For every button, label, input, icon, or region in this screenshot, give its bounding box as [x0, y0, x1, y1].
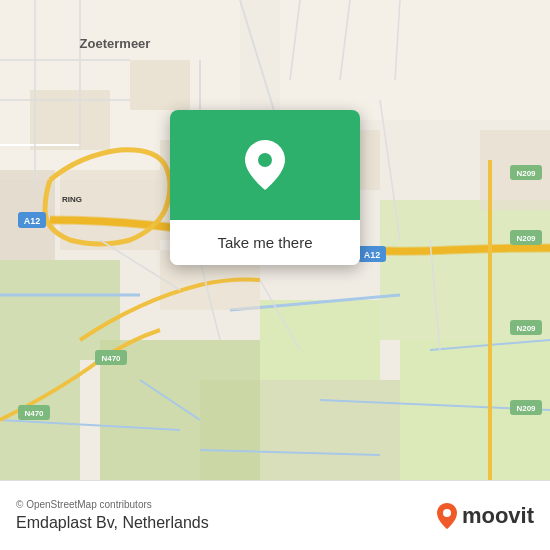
- svg-rect-7: [200, 380, 400, 480]
- svg-point-61: [443, 509, 451, 517]
- bottom-left-info: © OpenStreetMap contributors Emdaplast B…: [16, 499, 209, 532]
- svg-rect-18: [60, 170, 160, 250]
- svg-rect-5: [380, 200, 550, 340]
- svg-text:Zoetermeer: Zoetermeer: [80, 36, 151, 51]
- take-me-there-button[interactable]: Take me there: [170, 220, 360, 265]
- location-popup: Take me there: [170, 110, 360, 265]
- svg-point-60: [258, 153, 272, 167]
- svg-text:A12: A12: [24, 216, 41, 226]
- svg-rect-22: [280, 0, 550, 120]
- map-container[interactable]: A12 A12 RING N470 N470 N209 N209 N209 N2…: [0, 0, 550, 480]
- svg-text:N209: N209: [516, 169, 536, 178]
- popup-green-header: [170, 110, 360, 220]
- svg-text:N470: N470: [101, 354, 121, 363]
- location-title: Emdaplast Bv, Netherlands: [16, 514, 209, 532]
- svg-text:RING: RING: [62, 195, 82, 204]
- svg-rect-17: [130, 60, 190, 110]
- moovit-brand-text: moovit: [462, 503, 534, 529]
- svg-text:N470: N470: [24, 409, 44, 418]
- svg-rect-16: [30, 90, 110, 150]
- svg-text:N209: N209: [516, 324, 536, 333]
- copyright-text: © OpenStreetMap contributors: [16, 499, 209, 510]
- svg-text:N209: N209: [516, 404, 536, 413]
- location-pin-icon: [243, 138, 287, 192]
- moovit-pin-icon: [436, 502, 458, 530]
- moovit-logo: moovit: [436, 502, 534, 530]
- svg-text:N209: N209: [516, 234, 536, 243]
- svg-text:A12: A12: [364, 250, 381, 260]
- bottom-bar: © OpenStreetMap contributors Emdaplast B…: [0, 480, 550, 550]
